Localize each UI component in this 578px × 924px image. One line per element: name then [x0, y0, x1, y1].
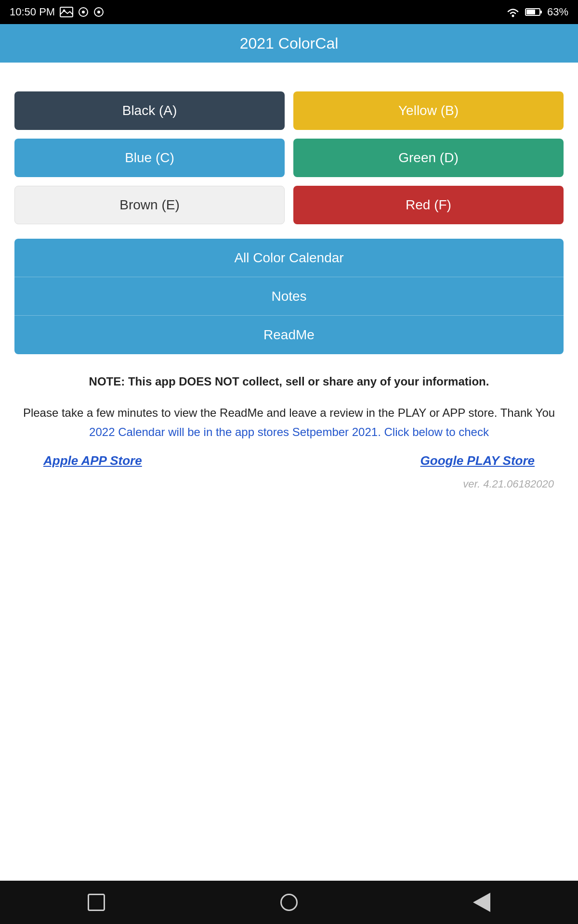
status-left: 10:50 PM — [10, 6, 104, 18]
version-text: ver. 4.21.06182020 — [14, 478, 564, 490]
svg-rect-8 — [526, 10, 535, 14]
please-text: Please take a few minutes to view the Re… — [14, 404, 564, 422]
yellow-button[interactable]: Yellow (B) — [293, 91, 564, 130]
circle-icon — [280, 894, 298, 911]
recent-apps-button[interactable] — [82, 888, 111, 917]
ring1-icon — [78, 7, 89, 17]
time-display: 10:50 PM — [10, 6, 55, 18]
nav-section: All Color Calendar Notes ReadMe — [14, 239, 564, 354]
readme-button[interactable]: ReadMe — [14, 316, 564, 354]
red-button[interactable]: Red (F) — [293, 186, 564, 224]
notes-button[interactable]: Notes — [14, 277, 564, 316]
battery-icon — [525, 8, 542, 16]
image-icon — [60, 7, 73, 17]
status-right: 63% — [506, 6, 568, 18]
blue-button[interactable]: Blue (C) — [14, 139, 285, 177]
battery-percent: 63% — [547, 6, 568, 18]
green-button[interactable]: Green (D) — [293, 139, 564, 177]
triangle-icon — [473, 893, 490, 912]
svg-rect-9 — [540, 11, 542, 13]
calendar-availability-text: 2022 Calendar will be in the app stores … — [14, 425, 564, 439]
store-links: Apple APP Store Google PLAY Store — [14, 453, 564, 468]
svg-point-3 — [82, 11, 85, 13]
status-bar: 10:50 PM 63% — [0, 0, 578, 24]
black-button[interactable]: Black (A) — [14, 91, 285, 130]
all-color-calendar-button[interactable]: All Color Calendar — [14, 239, 564, 277]
square-icon — [88, 894, 105, 911]
home-button[interactable] — [275, 888, 303, 917]
wifi-icon — [506, 7, 520, 17]
apple-store-link[interactable]: Apple APP Store — [43, 453, 142, 468]
app-title: 2021 ColorCal — [240, 35, 339, 52]
main-content: Black (A) Yellow (B) Blue (C) Green (D) … — [0, 63, 578, 505]
brown-button[interactable]: Brown (E) — [14, 186, 285, 224]
back-button[interactable] — [467, 888, 496, 917]
color-button-grid: Black (A) Yellow (B) Blue (C) Green (D) … — [14, 91, 564, 224]
app-bar: 2021 ColorCal — [0, 24, 578, 63]
ring2-icon — [93, 7, 104, 17]
privacy-note: NOTE: This app DOES NOT collect, sell or… — [14, 373, 564, 390]
google-play-link[interactable]: Google PLAY Store — [420, 453, 535, 468]
bottom-nav-bar — [0, 881, 578, 924]
svg-point-5 — [97, 11, 100, 13]
svg-point-6 — [512, 15, 514, 17]
